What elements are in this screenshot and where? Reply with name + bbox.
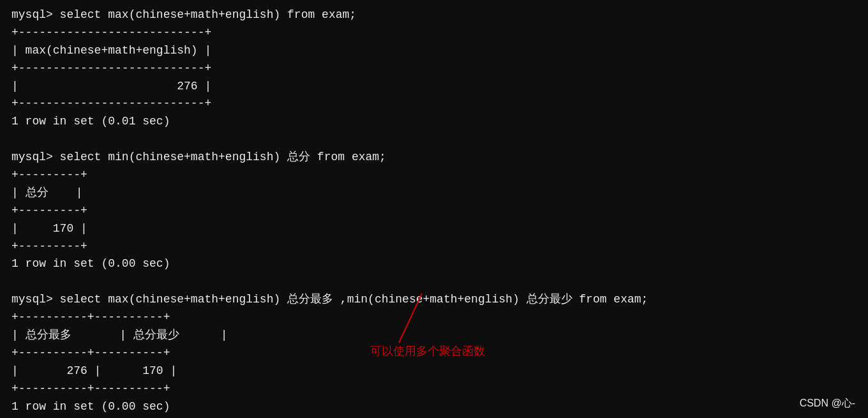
terminal-line-7: 1 row in set (0.01 sec) xyxy=(11,113,857,131)
terminal-line-19: | 总分最多 | 总分最少 | xyxy=(11,327,857,345)
terminal-line-21: | 276 | 170 | xyxy=(11,362,857,380)
terminal-line-1: mysql> select max(chinese+math+english) … xyxy=(11,6,857,24)
terminal-line-4: +---------------------------+ xyxy=(11,60,857,78)
terminal-line-15: 1 row in set (0.00 sec) xyxy=(11,255,857,273)
terminal-line-3: | max(chinese+math+english) | xyxy=(11,42,857,60)
terminal-line-10: +---------+ xyxy=(11,167,857,184)
terminal-line-16 xyxy=(11,273,857,291)
terminal-line-2: +---------------------------+ xyxy=(11,24,857,42)
terminal-line-8 xyxy=(11,131,857,149)
terminal-line-13: | 170 | xyxy=(11,220,857,238)
terminal-line-17: mysql> select max(chinese+math+english) … xyxy=(11,291,857,309)
terminal-line-22: +----------+----------+ xyxy=(11,380,857,398)
terminal-line-14: +---------+ xyxy=(11,238,857,256)
terminal-line-11: | 总分 | xyxy=(11,184,857,202)
terminal-line-5: | 276 | xyxy=(11,78,857,96)
terminal-line-23: 1 row in set (0.00 sec) xyxy=(11,398,857,416)
terminal-line-20: +----------+----------+ xyxy=(11,345,857,362)
terminal-window: mysql> select max(chinese+math+english) … xyxy=(0,0,868,418)
terminal-line-18: +----------+----------+ xyxy=(11,309,857,327)
terminal-line-12: +---------+ xyxy=(11,202,857,220)
watermark: CSDN @心- xyxy=(800,397,855,410)
terminal-line-9: mysql> select min(chinese+math+english) … xyxy=(11,149,857,167)
terminal-line-6: +---------------------------+ xyxy=(11,95,857,113)
